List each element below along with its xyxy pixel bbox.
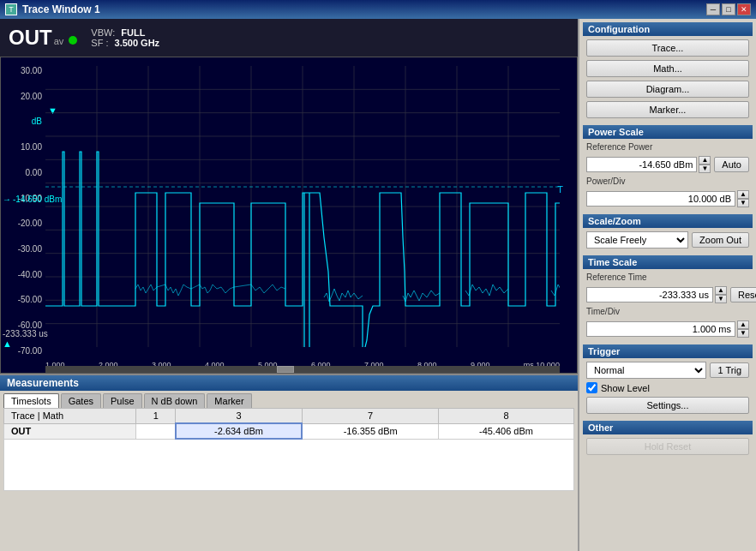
measurements-table: Trace | Math 1 3 7 8 OUT -2.634 dBm -16 <box>3 408 574 491</box>
time-label-group: -233.333 us ▲ <box>3 329 48 349</box>
hold-reset-button[interactable]: Hold Reset <box>586 438 749 455</box>
chart-area: 30.00 20.00 dB 10.00 0.00 -10.00 -20.00 … <box>0 57 578 374</box>
ref-time-input[interactable] <box>586 287 713 302</box>
time-div-spinbox: ▲ ▼ <box>586 320 749 338</box>
ref-power-input[interactable] <box>586 157 697 172</box>
time-div-input[interactable] <box>586 321 735 337</box>
left-arrow-icon: → <box>3 195 11 204</box>
time-scale-body: Reference Time ▲ ▼ Reset Time/Div <box>583 273 753 341</box>
power-div-up-btn[interactable]: ▲ <box>737 190 749 199</box>
scale-zoom-dropdown[interactable]: Scale Freely Fixed Scale Auto Scale <box>586 231 688 249</box>
y-label-db: dB <box>1 117 42 126</box>
ref-time-down-btn[interactable]: ▼ <box>715 295 727 303</box>
other-body: Hold Reset <box>583 438 753 458</box>
ref-power-up-btn[interactable]: ▲ <box>699 156 711 165</box>
title-bar-icon: T <box>5 3 17 15</box>
trigger-body: Normal Auto Single External 1 Trig Show … <box>583 362 753 417</box>
ref-power-label: Reference Power <box>586 142 749 152</box>
vbw-row: VBW: FULL <box>91 27 159 38</box>
trigger-header: Trigger <box>583 344 753 358</box>
auto-button[interactable]: Auto <box>714 157 749 172</box>
col-header-3: 7 <box>302 409 438 424</box>
time-div-label: Time/Div <box>586 307 749 316</box>
trig-button[interactable]: 1 Trig <box>710 362 749 378</box>
main-container: OUT av VBW: FULL SF : 3.500 GHz 30.00 20 <box>0 19 756 551</box>
time-scale-section: Time Scale Reference Time ▲ ▼ Reset Time… <box>583 255 753 341</box>
scale-zoom-section: Scale/Zoom Scale Freely Fixed Scale Auto… <box>583 214 753 252</box>
close-button[interactable]: ✕ <box>737 3 751 15</box>
trace-name-group: OUT av <box>9 26 77 50</box>
measurements-table-wrap: Trace | Math 1 3 7 8 OUT -2.634 dBm -16 <box>0 408 578 494</box>
empty-row <box>4 439 574 490</box>
other-header: Other <box>583 421 753 434</box>
row-col3: -16.355 dBm <box>302 423 438 439</box>
settings-button[interactable]: Settings... <box>586 397 749 414</box>
sf-label: SF : <box>91 38 108 48</box>
sf-value: 3.500 GHz <box>115 38 160 48</box>
power-div-down-btn[interactable]: ▼ <box>737 199 749 207</box>
left-panel: OUT av VBW: FULL SF : 3.500 GHz 30.00 20 <box>0 19 578 551</box>
zoom-out-button[interactable]: Zoom Out <box>692 232 749 248</box>
time-div-up-btn[interactable]: ▲ <box>737 320 749 329</box>
trigger-section: Trigger Normal Auto Single External 1 Tr… <box>583 344 753 417</box>
minimize-button[interactable]: ─ <box>706 3 720 15</box>
ref-power-spinbox: ▲ ▼ <box>586 156 711 173</box>
y-label-0: 30.00 <box>1 66 42 75</box>
tab-timeslots[interactable]: Timeslots <box>3 393 59 408</box>
marker-button[interactable]: Marker... <box>586 101 749 118</box>
y-label-8: -40.00 <box>1 270 42 279</box>
chart-svg <box>45 66 560 347</box>
trigger-dropdown[interactable]: Normal Auto Single External <box>586 362 706 379</box>
time-div-down-btn[interactable]: ▼ <box>737 329 749 338</box>
ref-power-down-btn[interactable]: ▼ <box>699 165 711 173</box>
time-value: -233.333 us <box>3 329 48 338</box>
status-dot <box>69 36 77 45</box>
measurements-title: Measurements <box>0 375 578 391</box>
ref-time-up-btn[interactable]: ▲ <box>715 286 727 295</box>
scrollbar-thumb[interactable] <box>277 366 294 373</box>
title-bar-text: Trace Window 1 <box>22 3 706 15</box>
up-arrow-icon: ▲ <box>3 338 12 349</box>
scrollbar-track[interactable] <box>45 366 560 373</box>
col-header-1: 1 <box>136 409 176 424</box>
trace-header: OUT av VBW: FULL SF : 3.500 GHz <box>0 19 578 57</box>
y-label-1: 20.00 <box>1 92 42 101</box>
y-label-7: -30.00 <box>1 244 42 254</box>
trace-info: VBW: FULL SF : 3.500 GHz <box>91 27 159 48</box>
scale-zoom-header: Scale/Zoom <box>583 214 753 228</box>
ref-time-label: Reference Time <box>586 273 749 282</box>
title-bar-buttons: ─ □ ✕ <box>706 3 751 15</box>
ref-time-row: ▲ ▼ Reset <box>586 286 749 303</box>
power-scale-section: Power Scale Reference Power ▲ ▼ Auto Pow… <box>583 125 753 211</box>
tab-ndbdown[interactable]: N dB down <box>144 393 206 408</box>
show-level-label: Show Level <box>601 383 650 393</box>
trace-name: OUT <box>9 26 52 50</box>
trace-button[interactable]: Trace... <box>586 39 749 57</box>
maximize-button[interactable]: □ <box>722 3 735 15</box>
vbw-label: VBW: <box>91 27 115 38</box>
ref-power-spin-btns: ▲ ▼ <box>699 156 711 173</box>
diagram-button[interactable]: Diagram... <box>586 81 749 98</box>
right-panel: Configuration Trace... Math... Diagram..… <box>578 19 756 551</box>
y-label-9: -50.00 <box>1 295 42 304</box>
power-div-label: Power/Div <box>586 177 749 186</box>
time-div-spin-btns: ▲ ▼ <box>737 320 749 338</box>
scale-zoom-row: Scale Freely Fixed Scale Auto Scale Zoom… <box>586 231 749 249</box>
row-name: OUT <box>4 423 136 439</box>
y-label-4: 0.00 <box>1 168 42 177</box>
math-button[interactable]: Math... <box>586 60 749 77</box>
configuration-section: Configuration Trace... Math... Diagram..… <box>583 22 753 122</box>
show-level-checkbox[interactable] <box>586 382 597 393</box>
tab-pulse[interactable]: Pulse <box>103 393 142 408</box>
measurements-panel: Measurements Timeslots Gates Pulse N dB … <box>0 374 578 551</box>
tab-marker[interactable]: Marker <box>207 393 251 408</box>
ref-time-spin-btns: ▲ ▼ <box>715 286 727 303</box>
tab-gates[interactable]: Gates <box>61 393 101 408</box>
power-div-input[interactable] <box>586 191 735 207</box>
configuration-header: Configuration <box>583 22 753 36</box>
y-axis: 30.00 20.00 dB 10.00 0.00 -10.00 -20.00 … <box>1 66 45 356</box>
table-header-row: Trace | Math 1 3 7 8 <box>4 409 574 424</box>
vbw-value: FULL <box>121 27 145 38</box>
tabs-row: Timeslots Gates Pulse N dB down Marker <box>0 391 578 408</box>
reset-button[interactable]: Reset <box>730 287 756 302</box>
